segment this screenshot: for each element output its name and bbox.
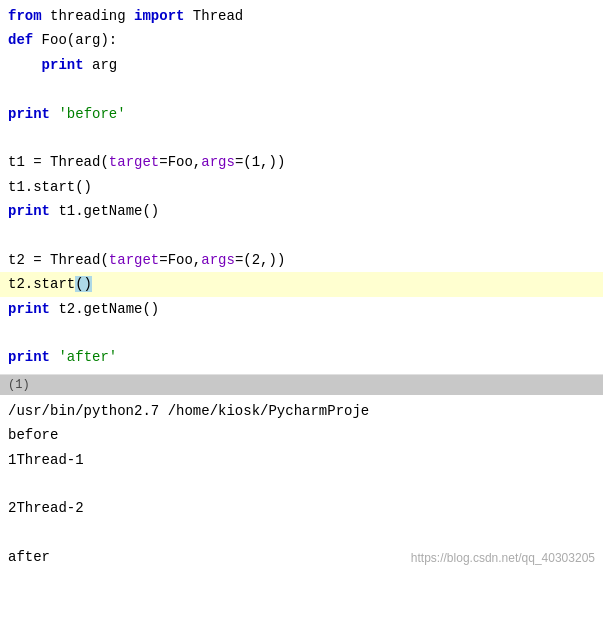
output-line-4: after: [0, 545, 58, 569]
run-label: (1): [8, 378, 30, 392]
output-line-1: before: [0, 423, 603, 447]
output-line-empty-2: [0, 521, 603, 545]
param-target-2: target: [109, 252, 159, 268]
param-target-1: target: [109, 154, 159, 170]
code-line-2: def Foo(arg):: [0, 28, 603, 52]
cursor: (): [75, 276, 92, 292]
string-before: 'before': [58, 106, 125, 122]
string-after: 'after': [58, 349, 117, 365]
code-line-11: print 'after': [0, 345, 603, 369]
keyword-print-1: print: [42, 57, 84, 73]
keyword-print-4: print: [8, 301, 50, 317]
code-editor: from threading import Thread def Foo(arg…: [0, 0, 603, 574]
code-line-4: print 'before': [0, 102, 603, 126]
keyword-def: def: [8, 32, 33, 48]
output-line-2: 1Thread-1: [0, 448, 603, 472]
code-line-empty-2: [0, 126, 603, 150]
code-line-6: t1.start(): [0, 175, 603, 199]
watermark-text: https://blog.csdn.net/qq_40303205: [411, 549, 603, 565]
param-args-1: args: [201, 154, 235, 170]
output-command: /usr/bin/python2.7 /home/kiosk/PycharmPr…: [0, 399, 603, 423]
keyword-print-2: print: [8, 106, 50, 122]
output-line-empty-1: [0, 472, 603, 496]
keyword-from: from: [8, 8, 42, 24]
keyword-print-5: print: [8, 349, 50, 365]
run-divider: (1): [0, 375, 603, 395]
keyword-import: import: [134, 8, 184, 24]
code-line-3: print arg: [0, 53, 603, 77]
code-line-10: print t2.getName(): [0, 297, 603, 321]
code-line-empty-3: [0, 224, 603, 248]
output-area: /usr/bin/python2.7 /home/kiosk/PycharmPr…: [0, 395, 603, 574]
code-line-9: t2.start(): [0, 272, 603, 296]
code-line-8: t2 = Thread(target=Foo,args=(2,)): [0, 248, 603, 272]
output-line-3: 2Thread-2: [0, 496, 603, 520]
code-line-7: print t1.getName(): [0, 199, 603, 223]
code-line-empty-4: [0, 321, 603, 345]
param-args-2: args: [201, 252, 235, 268]
keyword-print-3: print: [8, 203, 50, 219]
code-line-1: from threading import Thread: [0, 4, 603, 28]
code-area: from threading import Thread def Foo(arg…: [0, 0, 603, 375]
code-line-5: t1 = Thread(target=Foo,args=(1,)): [0, 150, 603, 174]
code-line-empty-1: [0, 77, 603, 101]
